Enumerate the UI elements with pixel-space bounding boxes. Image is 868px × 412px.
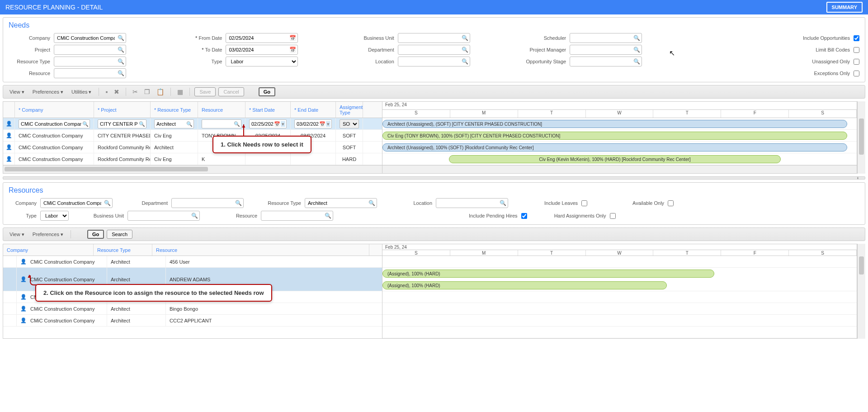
splitter[interactable] <box>3 176 865 180</box>
header-r-company[interactable]: Company <box>3 244 94 256</box>
gantt-bar[interactable]: Civ Eng (Kevin McKenin), 100% (HARD) [Ro… <box>449 155 781 163</box>
r-type-select[interactable]: Labor <box>40 211 69 221</box>
needs-panel: Needs Company🔍 From Date📅 Business Unit🔍… <box>3 17 865 82</box>
fromdate-input[interactable] <box>226 33 298 43</box>
row-project: Rockford Community Rec <box>94 153 151 165</box>
grid-icon[interactable]: ▦ <box>175 87 185 96</box>
row-assigntype-select[interactable]: SOFT <box>340 119 359 128</box>
search-button[interactable]: Search <box>107 230 132 239</box>
view-menu[interactable]: View ▾ <box>7 88 27 96</box>
hscroll-gantt[interactable] <box>382 165 857 173</box>
calendar-icon: 📅 <box>319 121 326 127</box>
page-title: RESOURCE PLANNING - DETAIL <box>5 4 103 11</box>
pendinghires-checkbox[interactable] <box>521 213 527 219</box>
r-restype-input[interactable] <box>305 198 377 208</box>
preferences-menu[interactable]: Preferences ▾ <box>30 88 66 96</box>
r-bu-input[interactable] <box>127 211 200 221</box>
row-company-input[interactable] <box>19 119 90 128</box>
needs-row[interactable]: 👤 🔍 🔍 🔍 🔍 📅▾ 📅▾ SOFT <box>3 118 382 130</box>
resource-row[interactable]: 👤CMiC Construction Company Architect CCC… <box>3 315 382 327</box>
location-input[interactable] <box>398 57 470 66</box>
needs-row[interactable]: 👤 CMiC Construction Company CITY CENTER … <box>3 130 382 142</box>
limitbill-checkbox[interactable] <box>854 47 859 53</box>
needs-row[interactable]: 👤 CMiC Construction Company Rockford Com… <box>3 153 382 165</box>
gantt-row <box>382 303 857 315</box>
includeleaves-checkbox[interactable] <box>581 200 587 206</box>
go-button-2[interactable]: Go <box>87 230 104 239</box>
gantt-day: T <box>518 250 586 256</box>
summary-button[interactable]: SUMMARY <box>826 2 863 13</box>
header-enddate[interactable]: * End Date <box>291 102 336 118</box>
r-location-input[interactable] <box>436 198 508 208</box>
delete-icon[interactable]: ✖ <box>112 87 121 96</box>
header-startdate[interactable]: * Start Date <box>245 102 291 118</box>
hscroll[interactable] <box>3 165 382 173</box>
label-oppstage: Opportunity Stage <box>524 59 570 64</box>
utilities-menu[interactable]: Utilities ▾ <box>69 88 94 96</box>
cut-icon[interactable]: ✂ <box>131 87 140 96</box>
person-icon[interactable]: 👤 <box>20 276 27 282</box>
person-icon[interactable]: 👤 <box>20 259 27 265</box>
row-startdate <box>245 153 291 165</box>
hardonly-checkbox[interactable] <box>610 213 616 219</box>
gantt-day: F <box>721 250 789 256</box>
view-menu-2[interactable]: View ▾ <box>7 231 27 238</box>
gantt-bar[interactable]: (Assigned), 100% (HARD) <box>382 281 667 289</box>
header-r-resource[interactable]: Resource <box>152 244 369 256</box>
type-select[interactable]: Labor <box>226 57 298 66</box>
header-icon <box>3 102 15 118</box>
person-icon[interactable]: 👤 <box>20 306 27 312</box>
r-resource-input[interactable] <box>261 211 333 221</box>
gantt-bar[interactable]: Architect (Unassigned), (SOFT) [CITY CEN… <box>382 120 847 128</box>
gantt-day: T <box>518 110 586 118</box>
header-assigntype[interactable]: Assigment Type <box>336 102 363 118</box>
unassigned-checkbox[interactable] <box>854 59 859 65</box>
save-button[interactable]: Save <box>194 87 216 96</box>
vscroll-2[interactable] <box>857 244 865 339</box>
dropdown-icon[interactable]: ▾ <box>281 121 285 127</box>
header-project[interactable]: * Project <box>94 102 151 118</box>
todate-input[interactable] <box>226 45 298 55</box>
department-input[interactable] <box>398 45 470 55</box>
paste-icon[interactable]: 📋 <box>155 87 166 96</box>
resource-row[interactable]: 👤CMiC Construction Company Architect 456… <box>3 256 382 268</box>
oppstage-input[interactable] <box>570 57 642 66</box>
header-restype[interactable]: * Resource Type <box>151 102 198 118</box>
dropdown-icon[interactable]: ▾ <box>326 121 330 127</box>
header-company[interactable]: * Company <box>15 102 94 118</box>
resource-input[interactable] <box>54 68 126 78</box>
cancel-button[interactable]: Cancel <box>218 87 244 96</box>
header-resource[interactable]: Resource <box>198 102 245 118</box>
copy-icon[interactable]: ❐ <box>142 87 152 96</box>
scheduler-input[interactable] <box>570 33 642 43</box>
vscroll[interactable] <box>857 101 865 174</box>
label-r-resource: Resource <box>218 213 261 218</box>
projectmgr-input[interactable] <box>570 45 642 55</box>
header-r-restype[interactable]: Resource Type <box>94 244 152 256</box>
label-r-type: Type <box>9 213 40 218</box>
includeopps-checkbox[interactable] <box>854 35 859 41</box>
company-input[interactable] <box>54 33 126 43</box>
project-input[interactable] <box>54 45 126 55</box>
go-button[interactable]: Go <box>259 87 275 96</box>
r-dept-input[interactable] <box>171 198 244 208</box>
restype-input[interactable] <box>54 57 126 66</box>
person-icon[interactable]: 👤 <box>20 294 27 300</box>
gantt-bar[interactable]: Civ Eng (TONY BROWN), 100% (SOFT) [CITY … <box>382 132 847 140</box>
row-enddate <box>291 153 336 165</box>
businessunit-input[interactable] <box>398 33 470 43</box>
person-icon[interactable]: 👤 <box>20 317 27 323</box>
r-company-input[interactable] <box>40 198 113 208</box>
resources-panel: Resources Company🔍 Department🔍 Resource … <box>3 182 865 225</box>
add-icon[interactable]: ▪ <box>104 87 109 96</box>
resource-row[interactable]: 👤CMiC Construction Company Architect Bin… <box>3 303 382 315</box>
exceptions-checkbox[interactable] <box>854 71 859 76</box>
gantt-bar[interactable]: Architect (Unassigned), 100% (SOFT) [Roc… <box>382 143 847 152</box>
needs-row[interactable]: 👤 CMiC Construction Company Rockford Com… <box>3 142 382 153</box>
preferences-menu-2[interactable]: Preferences ▾ <box>30 231 66 238</box>
gantt-day: S <box>789 110 857 118</box>
gantt-day: T <box>653 110 721 118</box>
gantt-bar[interactable]: (Assigned), 100% (HARD) <box>382 270 714 278</box>
availonly-checkbox[interactable] <box>668 200 674 206</box>
row-company: CMiC Construction Company <box>15 142 94 153</box>
